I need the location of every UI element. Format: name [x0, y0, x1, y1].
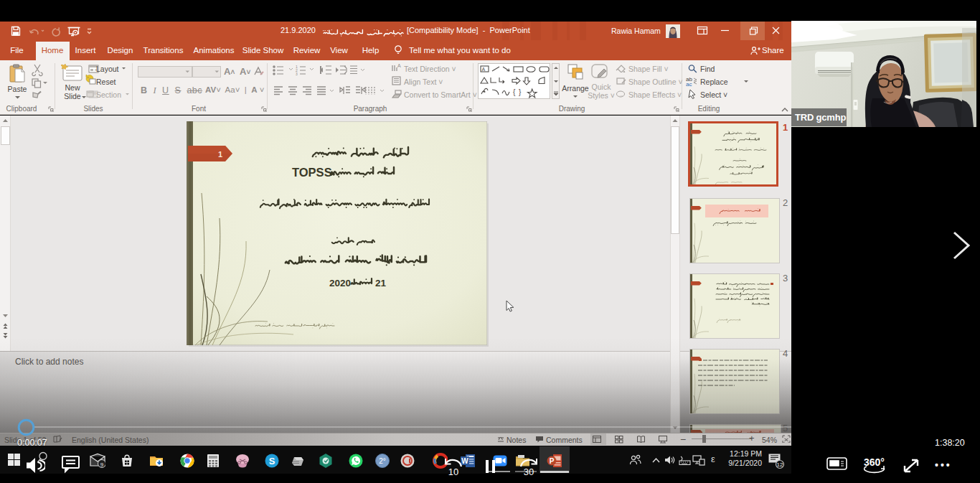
- svg-text:{: {: [513, 88, 516, 96]
- svg-text:}: }: [519, 88, 522, 96]
- svg-text:1: 1: [218, 150, 222, 159]
- svg-text:P: P: [550, 457, 555, 465]
- svg-text:TOPSS: TOPSS: [292, 166, 332, 179]
- svg-text:A: A: [482, 67, 486, 72]
- svg-text:ac: ac: [686, 81, 692, 86]
- svg-text:30: 30: [524, 466, 534, 477]
- svg-text:3: 3: [296, 72, 298, 76]
- svg-text:12: 12: [777, 461, 783, 468]
- svg-text:2°: 2°: [379, 457, 386, 465]
- svg-text:S: S: [269, 456, 275, 466]
- svg-text:A: A: [397, 63, 401, 68]
- svg-text:21: 21: [375, 278, 387, 289]
- svg-text:2020: 2020: [329, 278, 351, 289]
- svg-text:9: 9: [100, 461, 104, 468]
- svg-text:10: 10: [448, 466, 458, 477]
